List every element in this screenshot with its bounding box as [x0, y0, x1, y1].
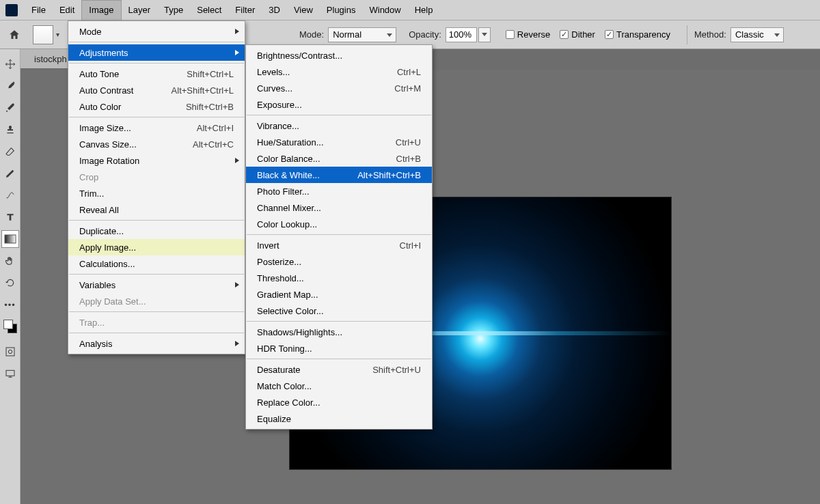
menu-item-shortcut: Alt+Shift+Ctrl+L: [172, 85, 234, 96]
adjust-menu-item[interactable]: Posterize...: [246, 253, 432, 270]
image-menu-item[interactable]: Analysis: [68, 335, 245, 352]
adjust-menu-item[interactable]: DesaturateShift+Ctrl+U: [246, 361, 432, 378]
menu-item-label: Analysis: [79, 339, 234, 349]
chevron-down-icon[interactable]: ▾: [56, 31, 59, 38]
image-menu-item[interactable]: Canvas Size...Alt+Ctrl+C: [68, 136, 245, 152]
menu-item-label: Exposure...: [257, 100, 421, 110]
adjust-menu-item[interactable]: Exposure...: [246, 96, 432, 113]
menu-select[interactable]: Select: [190, 0, 228, 20]
adjust-menu-item[interactable]: Replace Color...: [246, 394, 432, 410]
menu-window[interactable]: Window: [362, 0, 407, 20]
reverse-checkbox[interactable]: Reverse: [506, 29, 550, 40]
image-menu-item[interactable]: Auto ToneShift+Ctrl+L: [68, 66, 245, 82]
opacity-stepper[interactable]: [478, 27, 491, 42]
opacity-label: Opacity:: [409, 29, 441, 40]
opacity-input[interactable]: 100%: [446, 27, 477, 42]
adjust-menu-item[interactable]: Levels...Ctrl+L: [246, 64, 432, 80]
menu-item-label: Shadows/Highlights...: [257, 327, 421, 337]
quickmask-icon: [5, 346, 16, 357]
adjust-menu-item[interactable]: Color Lookup...: [246, 216, 432, 232]
gradient-swatch[interactable]: [33, 25, 53, 44]
adjust-menu-item[interactable]: Shadows/Highlights...: [246, 324, 432, 340]
menu-edit[interactable]: Edit: [53, 0, 81, 20]
rotate-tool[interactable]: [1, 274, 19, 292]
eraser-tool[interactable]: [1, 143, 19, 160]
adjust-menu-item[interactable]: Match Color...: [246, 378, 432, 394]
gradient-tool[interactable]: [1, 230, 19, 248]
mode-label: Mode:: [299, 29, 324, 40]
menu-separator: [69, 117, 244, 117]
menu-3d[interactable]: 3D: [262, 0, 287, 20]
menu-plugins[interactable]: Plugins: [320, 0, 363, 20]
adjust-menu-item[interactable]: Selective Color...: [246, 303, 432, 319]
transparency-checkbox[interactable]: Transparency: [605, 29, 670, 40]
home-button[interactable]: [4, 25, 25, 45]
pen-tool[interactable]: [1, 165, 19, 182]
adjust-menu-item[interactable]: Hue/Saturation...Ctrl+U: [246, 134, 432, 150]
image-menu-item[interactable]: Calculations...: [68, 255, 245, 272]
image-menu-item[interactable]: Auto ColorShift+Ctrl+B: [68, 98, 245, 115]
adjust-menu-item[interactable]: Color Balance...Ctrl+B: [246, 150, 432, 167]
screenmode-tool[interactable]: [1, 365, 19, 382]
menu-item-label: Auto Tone: [79, 69, 166, 79]
adjust-menu-item[interactable]: Photo Filter...: [246, 183, 432, 199]
quickmask-tool[interactable]: [1, 343, 19, 361]
image-menu-item[interactable]: Trim...: [68, 185, 245, 201]
eyedropper-icon: [5, 81, 16, 92]
move-tool[interactable]: [1, 55, 19, 73]
submenu-arrow-icon: [235, 50, 239, 55]
adjust-menu-item[interactable]: Channel Mixer...: [246, 199, 432, 216]
adjust-menu-item[interactable]: Threshold...: [246, 270, 432, 286]
stamp-icon: [5, 124, 16, 135]
image-menu-item: Trap...: [68, 314, 245, 331]
adjust-menu-item[interactable]: Black & White...Alt+Shift+Ctrl+B: [246, 167, 432, 183]
menu-item-label: Image Rotation: [79, 156, 234, 166]
image-menu-item[interactable]: Duplicate...: [68, 223, 245, 239]
adjust-menu-item[interactable]: Vibrance...: [246, 117, 432, 134]
menu-type[interactable]: Type: [157, 0, 190, 20]
dither-checkbox[interactable]: Dither: [560, 29, 595, 40]
menu-item-label: Desaturate: [257, 365, 352, 375]
adjust-menu-item[interactable]: Gradient Map...: [246, 286, 432, 303]
menu-item-label: Selective Color...: [257, 306, 421, 316]
adjust-menu-item[interactable]: HDR Toning...: [246, 340, 432, 356]
menu-separator: [69, 274, 244, 275]
image-menu-item[interactable]: Reveal All: [68, 201, 245, 218]
image-menu-item[interactable]: Mode: [68, 23, 245, 40]
adjust-menu-item[interactable]: InvertCtrl+I: [246, 237, 432, 253]
type-icon: [5, 212, 16, 223]
menu-view[interactable]: View: [287, 0, 320, 20]
hand-tool[interactable]: [1, 252, 19, 270]
menu-item-shortcut: Ctrl+I: [400, 240, 421, 251]
method-select[interactable]: Classic: [730, 27, 784, 42]
menu-item-shortcut: Ctrl+B: [396, 154, 421, 164]
menu-help[interactable]: Help: [408, 0, 440, 20]
menu-layer[interactable]: Layer: [122, 0, 158, 20]
image-menu-item[interactable]: Auto ContrastAlt+Shift+Ctrl+L: [68, 82, 245, 98]
eyedropper-tool[interactable]: [1, 77, 19, 95]
path-tool[interactable]: [1, 186, 19, 204]
adjust-menu-item[interactable]: Brightness/Contrast...: [246, 47, 432, 64]
adjust-menu-item[interactable]: Equalize: [246, 410, 432, 427]
brush-icon: [5, 102, 16, 113]
color-swatches[interactable]: [3, 320, 17, 333]
image-menu-item[interactable]: Variables: [68, 277, 245, 293]
image-menu-item[interactable]: Apply Image...: [68, 239, 245, 255]
menu-item-label: Duplicate...: [79, 226, 234, 236]
menu-separator: [69, 63, 244, 64]
dots-tool[interactable]: •••: [1, 296, 19, 313]
menubar: FileEditImageLayerTypeSelectFilter3DView…: [0, 0, 820, 20]
mode-value: Normal: [333, 29, 361, 40]
type-tool[interactable]: [1, 208, 19, 226]
stamp-tool[interactable]: [1, 121, 19, 139]
menu-file[interactable]: File: [25, 0, 53, 20]
brush-tool[interactable]: [1, 99, 19, 117]
menu-image[interactable]: Image: [81, 0, 121, 20]
adjust-menu-item[interactable]: Curves...Ctrl+M: [246, 80, 432, 96]
image-menu-item[interactable]: Image Size...Alt+Ctrl+I: [68, 120, 245, 136]
image-menu-item[interactable]: Adjustments: [68, 44, 245, 61]
image-menu-item[interactable]: Image Rotation: [68, 152, 245, 169]
mode-select[interactable]: Normal: [328, 27, 396, 42]
separator: [687, 25, 687, 44]
menu-filter[interactable]: Filter: [228, 0, 262, 20]
